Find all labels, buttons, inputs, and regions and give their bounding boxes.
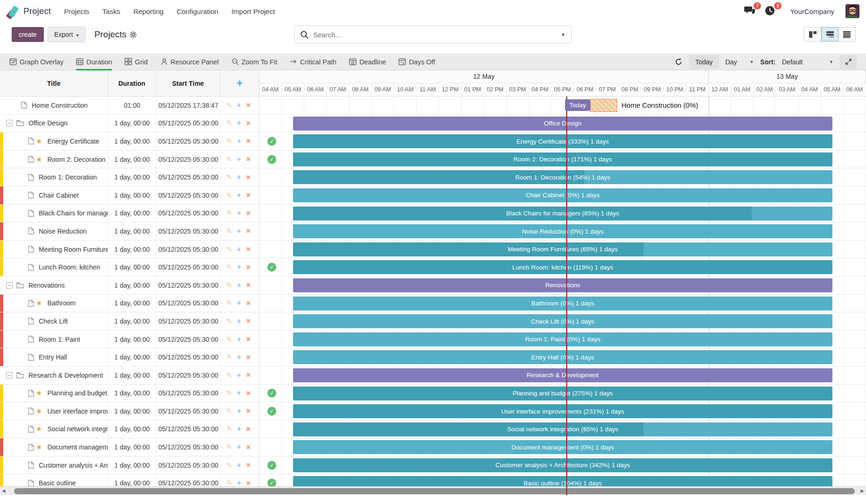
kanban-view-button[interactable] [804, 27, 821, 41]
task-title-cell[interactable]: ★User interface improvements [0, 402, 108, 420]
edit-icon[interactable]: ✎ [226, 137, 232, 145]
task-title-cell[interactable]: −Office Design [0, 115, 108, 132]
search-filters-caret-icon[interactable]: ▼ [561, 32, 566, 37]
gantt-bar-task[interactable]: Entry Hall (0%) 1 days [293, 350, 832, 364]
delete-icon[interactable]: ✖ [246, 174, 251, 181]
gantt-bar-task[interactable]: Planning and budget (275%) 1 days [293, 387, 832, 400]
add-icon[interactable]: + [237, 371, 241, 380]
gantt-bar-task[interactable]: Room 2: Decoration (171%) 1 days [293, 152, 832, 166]
task-title-cell[interactable]: Check Lift [0, 312, 108, 330]
add-icon[interactable]: + [237, 173, 241, 181]
delete-icon[interactable]: ✖ [246, 156, 251, 163]
gantt-bar-task[interactable]: Noise Reduction (0%) 1 days [293, 224, 832, 238]
nav-item-configuration[interactable]: Configuration [177, 7, 218, 15]
collapse-icon[interactable]: − [6, 282, 13, 289]
task-title-cell[interactable]: Room 1: Paint [0, 331, 108, 348]
collapse-icon[interactable]: − [6, 372, 13, 379]
task-title-cell[interactable]: Entry Hall [0, 348, 108, 366]
star-icon[interactable]: ★ [36, 299, 42, 307]
today-button[interactable]: Today [689, 55, 719, 69]
toolbar-toggle-duration[interactable]: Duration [76, 54, 112, 70]
task-title-cell[interactable]: Home Construction [0, 97, 108, 114]
gantt-bar-task[interactable]: Black Chairs for managers (85%) 1 days [293, 207, 832, 221]
search-bar[interactable]: ▼ [294, 26, 572, 43]
task-title-cell[interactable]: Chair Cabinet [0, 186, 108, 204]
nav-item-reporting[interactable]: Reporting [133, 7, 164, 15]
gantt-bar-task[interactable]: Bathroom (0%) 1 days [293, 297, 832, 311]
edit-icon[interactable]: ✎ [226, 389, 232, 397]
delete-icon[interactable]: ✖ [246, 264, 251, 271]
add-icon[interactable]: + [237, 461, 241, 469]
add-icon[interactable]: + [237, 119, 241, 127]
add-icon[interactable]: + [237, 191, 241, 200]
toolbar-toggle-deadline[interactable]: Deadline [349, 54, 386, 70]
delete-icon[interactable]: ✖ [246, 192, 251, 199]
column-header-start-time[interactable]: Start Time [156, 70, 220, 96]
sort-select[interactable]: Default▼ [782, 58, 833, 66]
toolbar-toggle-grid[interactable]: Grid [125, 54, 147, 70]
task-title-cell[interactable]: Customer analysis + Architecture [0, 456, 108, 474]
range-select[interactable]: Day▼ [726, 58, 754, 66]
gantt-bar-task[interactable]: Energy Certificate (333%) 1 days [293, 134, 832, 148]
delete-icon[interactable]: ✖ [246, 354, 251, 361]
edit-icon[interactable]: ✎ [226, 371, 232, 380]
gantt-bar-task[interactable]: Chair Cabinet (0%) 1 days [293, 188, 832, 202]
edit-icon[interactable]: ✎ [226, 263, 232, 271]
edit-icon[interactable]: ✎ [226, 101, 232, 110]
star-icon[interactable]: ★ [36, 443, 42, 451]
fullscreen-button[interactable] [840, 55, 857, 69]
gantt-bar-group[interactable]: Office Design [293, 117, 832, 131]
column-header-duration[interactable]: Duration [108, 70, 156, 96]
gantt-bar-task[interactable]: Meeting Room Furnitures (65%) 1 days [293, 242, 832, 256]
delete-icon[interactable]: ✖ [246, 102, 251, 109]
delete-icon[interactable]: ✖ [246, 480, 251, 487]
edit-icon[interactable]: ✎ [226, 119, 232, 127]
edit-icon[interactable]: ✎ [226, 461, 232, 469]
task-title-cell[interactable]: ★Energy Certificate [0, 132, 108, 150]
add-icon[interactable]: + [237, 263, 241, 271]
delete-icon[interactable]: ✖ [246, 318, 251, 324]
toolbar-toggle-resource-panel[interactable]: Resource Panel [161, 54, 219, 70]
delete-icon[interactable]: ✖ [246, 390, 251, 397]
task-title-cell[interactable]: ★Bathroom [0, 295, 108, 312]
edit-icon[interactable]: ✎ [226, 353, 232, 361]
edit-icon[interactable]: ✎ [226, 173, 232, 181]
edit-icon[interactable]: ✎ [226, 227, 232, 235]
search-input[interactable] [313, 31, 561, 39]
add-icon[interactable]: + [237, 317, 241, 325]
add-icon[interactable]: + [237, 101, 241, 110]
scrollbar-thumb[interactable] [14, 488, 855, 494]
messages-button[interactable]: 7 [744, 6, 756, 17]
gantt-bar-task[interactable]: Check Lift (0%) 1 days [293, 314, 832, 328]
add-icon[interactable]: + [237, 299, 241, 307]
add-icon[interactable]: + [237, 335, 241, 344]
delete-icon[interactable]: ✖ [246, 228, 251, 235]
delete-icon[interactable]: ✖ [246, 120, 251, 127]
add-icon[interactable]: + [237, 281, 241, 290]
user-avatar[interactable] [845, 4, 859, 18]
gantt-bar-task[interactable]: Social network integration (65%) 1 days [293, 422, 832, 436]
add-icon[interactable]: + [237, 137, 241, 145]
delete-icon[interactable]: ✖ [246, 462, 251, 469]
delete-icon[interactable]: ✖ [246, 372, 251, 379]
edit-icon[interactable]: ✎ [226, 209, 232, 217]
edit-icon[interactable]: ✎ [226, 191, 232, 200]
delete-icon[interactable]: ✖ [246, 426, 251, 433]
delete-icon[interactable]: ✖ [246, 210, 251, 217]
horizontal-scrollbar[interactable]: ◀ ▶ [0, 486, 866, 495]
refresh-button[interactable] [675, 58, 683, 66]
gantt-bar-task[interactable]: Room 1: Paint (0%) 1 days [293, 332, 832, 346]
task-title-cell[interactable]: ★Social network integration [0, 421, 108, 438]
delete-icon[interactable]: ✖ [246, 407, 251, 414]
delete-icon[interactable]: ✖ [246, 246, 251, 253]
edit-icon[interactable]: ✎ [226, 245, 232, 254]
edit-icon[interactable]: ✎ [226, 281, 232, 290]
add-icon[interactable]: + [237, 443, 241, 451]
gear-icon[interactable] [130, 31, 137, 38]
nav-item-projects[interactable]: Projects [64, 7, 89, 15]
toolbar-toggle-days-off[interactable]: Days Off [398, 54, 435, 70]
add-icon[interactable]: + [237, 425, 241, 433]
gantt-bar-task[interactable]: Lunch Room: kitchen (119%) 1 days [293, 260, 832, 274]
task-title-cell[interactable]: −Renovations [0, 276, 108, 294]
add-icon[interactable]: + [237, 227, 241, 235]
